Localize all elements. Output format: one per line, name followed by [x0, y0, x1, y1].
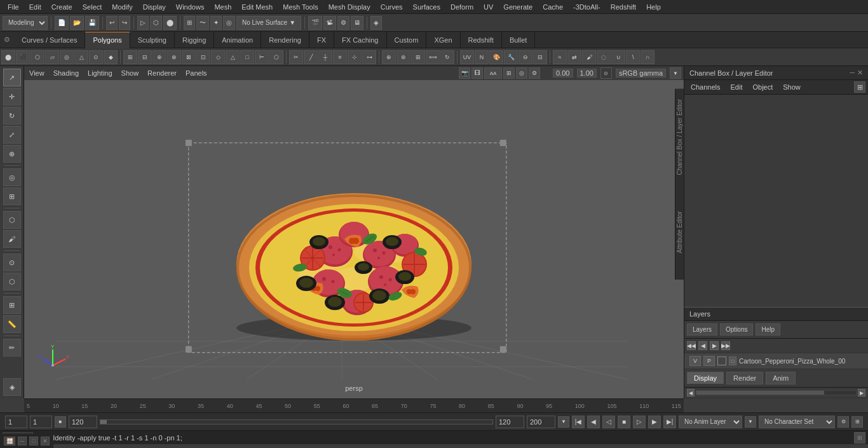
- vp-settings-icon[interactable]: ⚙: [529, 67, 540, 79]
- vp-menu-view[interactable]: View: [27, 68, 47, 78]
- cleanup-btn[interactable]: 🔧: [504, 50, 518, 64]
- menu-uv[interactable]: UV: [478, 2, 498, 12]
- select-tool-btn[interactable]: ▷: [137, 16, 149, 30]
- layer-scroll-next[interactable]: ▶: [710, 341, 719, 350]
- tab-xgen[interactable]: XGen: [426, 32, 460, 48]
- tab-curves-surfaces[interactable]: Curves / Surfaces: [14, 32, 85, 48]
- split-poly-btn[interactable]: ╱: [304, 50, 318, 64]
- live-surface-btn[interactable]: No Live Surface ▼: [236, 16, 301, 30]
- cb-object-btn[interactable]: Object: [749, 82, 776, 92]
- move-btn[interactable]: ✛: [3, 88, 21, 105]
- char-set-extra-btn[interactable]: ⊞: [851, 416, 863, 428]
- lasso-btn[interactable]: ⬡: [150, 16, 162, 30]
- menu-help[interactable]: Help: [641, 2, 666, 12]
- tab-rigging[interactable]: Rigging: [175, 32, 214, 48]
- render-btn[interactable]: 🎬: [308, 16, 322, 30]
- layer-scroll-right[interactable]: ▶▶: [721, 341, 730, 350]
- python-icon[interactable]: ⊞: [854, 432, 865, 444]
- menu-windows[interactable]: Windows: [171, 2, 210, 12]
- layers-options-btn[interactable]: Options: [720, 323, 753, 336]
- layers-help-btn[interactable]: Help: [756, 323, 780, 336]
- sculpt-btn[interactable]: ⊙: [3, 254, 21, 271]
- viewport[interactable]: View Shading Lighting Show Renderer Pane…: [24, 66, 684, 398]
- channel-box-minimize[interactable]: ─: [850, 69, 855, 77]
- vp-menu-lighting[interactable]: Lighting: [85, 68, 115, 78]
- undo-btn[interactable]: ↩: [106, 16, 118, 30]
- vp-aa-icon[interactable]: AA: [484, 67, 502, 79]
- render-seq-btn[interactable]: 📽: [323, 16, 336, 30]
- end-frame-input[interactable]: [527, 416, 555, 428]
- transport-skip-start[interactable]: |◀: [572, 416, 585, 428]
- select-mode-btn[interactable]: ↗: [3, 69, 21, 86]
- paint-select-left-btn[interactable]: 🖌: [3, 230, 21, 248]
- vp-colorspace-arrow[interactable]: ▼: [670, 67, 681, 79]
- tab-redshift[interactable]: Redshift: [461, 32, 502, 48]
- range-start-input[interactable]: [69, 416, 97, 428]
- scale-btn[interactable]: ⤢: [3, 126, 21, 144]
- cb-show-btn[interactable]: Show: [779, 82, 804, 92]
- open-file-btn[interactable]: 📂: [70, 16, 84, 30]
- char-set-select[interactable]: No Character Set: [759, 416, 835, 428]
- tab-fx[interactable]: FX: [309, 32, 334, 48]
- transport-menu-btn[interactable]: ▼: [558, 416, 569, 428]
- menu-3dtoall[interactable]: -3DtoAll-: [568, 2, 606, 12]
- paint-select-btn[interactable]: ⬤: [163, 16, 177, 30]
- tab-polygons[interactable]: Polygons: [85, 32, 130, 48]
- separate-btn[interactable]: ⊡: [196, 50, 210, 64]
- annotation-btn[interactable]: ✏: [3, 339, 21, 356]
- merge-btn[interactable]: ⊕: [382, 50, 396, 64]
- poly-torus-btn[interactable]: ◎: [60, 50, 74, 64]
- timeline-scroll-track[interactable]: [100, 419, 493, 424]
- rotate-btn[interactable]: ↻: [3, 107, 21, 125]
- poly-cone-btn[interactable]: △: [74, 50, 88, 64]
- snap-toggle-btn[interactable]: ⊞: [3, 296, 21, 314]
- poly-disk-btn[interactable]: ⊙: [89, 50, 103, 64]
- menu-generate[interactable]: Generate: [498, 2, 538, 12]
- smooth-btn[interactable]: ◇: [211, 50, 225, 64]
- menu-cache[interactable]: Cache: [538, 2, 568, 12]
- quadrangulate-btn[interactable]: □: [240, 50, 254, 64]
- frame-input-2[interactable]: [30, 416, 52, 428]
- hscroll-track[interactable]: [696, 390, 857, 395]
- snap-view-btn[interactable]: ◎: [223, 16, 235, 30]
- poly-plane-btn[interactable]: ▱: [45, 50, 59, 64]
- insert-edge-btn[interactable]: ┼: [318, 50, 332, 64]
- tab-settings-icon[interactable]: ⚙: [0, 36, 14, 44]
- cut-faces-btn[interactable]: ✂: [289, 50, 303, 64]
- xray-btn[interactable]: ◈: [3, 378, 21, 396]
- measure-btn[interactable]: 📏: [3, 315, 21, 333]
- hscroll-left-arrow[interactable]: ◀: [687, 389, 695, 397]
- channel-box-close[interactable]: ✕: [857, 69, 863, 77]
- window-close[interactable]: ✕: [41, 437, 50, 445]
- offset-edge-btn[interactable]: ≡: [333, 50, 347, 64]
- bevel-btn[interactable]: ⬡: [269, 50, 283, 64]
- menu-edit[interactable]: Edit: [24, 2, 46, 12]
- cb-display-tab[interactable]: Display: [687, 372, 724, 384]
- menu-mesh-display[interactable]: Mesh Display: [323, 2, 376, 12]
- snap-point-btn[interactable]: ✦: [210, 16, 222, 30]
- menu-surfaces[interactable]: Surfaces: [408, 2, 445, 12]
- cb-render-tab[interactable]: Render: [726, 372, 763, 384]
- multi-cut-btn[interactable]: ⊹: [348, 50, 362, 64]
- vp-gate-icon[interactable]: ⊞: [503, 67, 515, 79]
- flip-btn[interactable]: ⟺: [426, 50, 440, 64]
- vp-menu-show[interactable]: Show: [119, 68, 142, 78]
- hscroll-right-arrow[interactable]: ▶: [858, 389, 865, 397]
- char-set-menu-btn[interactable]: ⚙: [837, 416, 849, 428]
- menu-modify[interactable]: Modify: [107, 2, 137, 12]
- layer-color-swatch[interactable]: [717, 356, 726, 365]
- vp-menu-panels[interactable]: Panels: [183, 68, 210, 78]
- fill-hole-btn[interactable]: ⊗: [167, 50, 181, 64]
- hscroll-thumb[interactable]: [696, 391, 824, 395]
- triangulate-btn[interactable]: △: [226, 50, 240, 64]
- retopo-left-btn[interactable]: ⬡: [3, 273, 21, 290]
- channel-box-edge-label[interactable]: Channel Box / Layer Editor: [675, 89, 684, 185]
- normals-btn[interactable]: N: [475, 50, 489, 64]
- layer-scroll-left[interactable]: ◀◀: [687, 341, 696, 350]
- transfer-attr-btn[interactable]: ⇄: [567, 50, 581, 64]
- uvs-btn[interactable]: UV: [460, 50, 474, 64]
- transport-play-fwd[interactable]: ▷: [633, 416, 646, 428]
- vp-circle-icon[interactable]: ◎: [516, 67, 527, 79]
- window-minimize[interactable]: ─: [18, 437, 27, 445]
- mirror-btn[interactable]: ⊢: [255, 50, 269, 64]
